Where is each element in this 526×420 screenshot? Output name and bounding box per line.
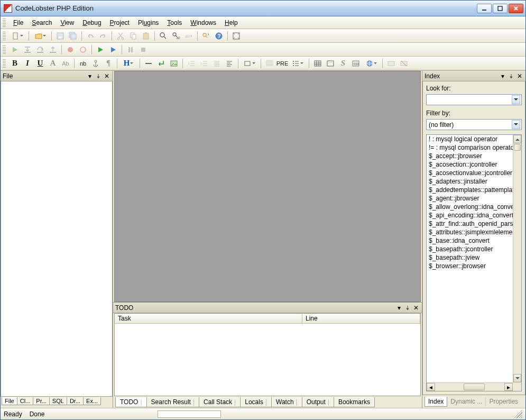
index-item[interactable]: $_attr_find::auth_openid_parse [427, 220, 513, 228]
index-item[interactable]: $_accept::jbrowser [427, 152, 513, 160]
left-tab[interactable]: Cl... [17, 397, 34, 405]
dropdown-icon[interactable]: ▾ [499, 72, 506, 80]
close-icon[interactable]: ✕ [412, 304, 420, 312]
left-tab[interactable]: SQL [49, 397, 67, 405]
debug-start-button[interactable] [9, 44, 21, 56]
div-button[interactable] [241, 58, 258, 69]
nbsp-button[interactable]: nb [77, 58, 89, 69]
outdent-button[interactable] [186, 58, 197, 69]
left-tab[interactable]: Dr... [67, 397, 84, 405]
close-button[interactable] [509, 4, 523, 13]
scroll-down-icon[interactable] [513, 374, 521, 382]
left-tab[interactable]: File [2, 397, 17, 405]
debug-run-button[interactable] [95, 44, 106, 56]
save-button[interactable] [54, 30, 66, 42]
index-item[interactable]: $_api_encoding::idna_convert [427, 211, 513, 220]
paragraph-button[interactable]: ¶ [103, 58, 114, 69]
new-file-button[interactable] [9, 30, 26, 42]
scroll-thumb[interactable] [464, 384, 485, 390]
look-for-input[interactable] [426, 94, 522, 105]
index-item[interactable]: != : mysql comparison operator [427, 143, 513, 152]
todo-list[interactable]: Task Line [114, 313, 421, 396]
menu-plugins[interactable]: Plugins [134, 17, 163, 28]
bottom-tab[interactable]: Search Result| [146, 397, 200, 407]
menu-file[interactable]: File [9, 17, 27, 28]
menu-help[interactable]: Help [220, 17, 242, 28]
dropdown-icon[interactable]: ▾ [86, 72, 94, 80]
index-item[interactable]: $_acosectionvalue::jcontroller [427, 169, 513, 177]
abbr-button[interactable]: Ab [60, 58, 71, 69]
list-button[interactable] [289, 58, 306, 69]
index-item[interactable]: ! : mysql logical operator [427, 135, 513, 143]
bold-button[interactable]: B [9, 58, 21, 69]
menu-search[interactable]: Search [27, 17, 56, 28]
bottom-tab[interactable]: Output| [302, 397, 334, 407]
form-button[interactable] [325, 58, 336, 69]
index-item[interactable]: $_acosection::jcontroller [427, 160, 513, 169]
step-out-button[interactable] [47, 44, 59, 56]
link-button[interactable] [363, 58, 380, 69]
index-item[interactable]: $_addedtemplates::pattemplate [427, 186, 513, 194]
debug-continue-button[interactable] [107, 44, 119, 56]
file-tree[interactable] [1, 81, 113, 397]
align-left-button[interactable] [224, 58, 235, 69]
find-replace-button[interactable]: ab [170, 30, 182, 42]
table-button[interactable] [312, 58, 324, 69]
editor-area[interactable] [114, 71, 421, 302]
debug-stop-button[interactable] [137, 44, 149, 56]
pin-icon[interactable] [507, 72, 515, 80]
bottom-tab[interactable]: Locals| [240, 397, 272, 407]
help-button[interactable]: ? [213, 30, 225, 42]
dropdown-icon[interactable]: ▾ [395, 304, 403, 312]
left-tab[interactable]: Ex... [83, 397, 101, 405]
menu-debug[interactable]: Debug [78, 17, 105, 28]
script-button[interactable]: S [337, 58, 349, 69]
open-file-button[interactable] [32, 30, 49, 42]
index-item[interactable]: $_allow_overlong::idna_convert [427, 203, 513, 211]
right-tab[interactable]: Properties [486, 397, 521, 406]
pin-icon[interactable] [95, 72, 102, 80]
find-button[interactable] [158, 30, 169, 42]
redo-button[interactable] [97, 30, 109, 42]
close-icon[interactable]: ✕ [516, 72, 523, 80]
resize-grip-icon[interactable] [514, 410, 522, 418]
menu-windows[interactable]: Windows [186, 17, 220, 28]
italic-button[interactable]: I [22, 58, 33, 69]
index-item[interactable]: $_basepath::jview [427, 253, 513, 262]
goto-declaration-button[interactable] [200, 30, 212, 42]
index-item[interactable]: $_adapters::jinstaller [427, 177, 513, 186]
right-tab[interactable]: Dynamic ... [447, 397, 486, 406]
breakpoint-button[interactable] [64, 44, 76, 56]
copy-button[interactable] [127, 30, 139, 42]
scroll-left-icon[interactable]: ◂ [427, 383, 435, 391]
menu-view[interactable]: View [56, 17, 78, 28]
scroll-up-icon[interactable] [513, 135, 521, 143]
bottom-tab[interactable]: Bookmarks [334, 397, 375, 407]
find-next-button[interactable]: ab [183, 30, 195, 42]
step-over-button[interactable] [34, 44, 46, 56]
cut-button[interactable] [115, 30, 126, 42]
justify-button[interactable] [211, 58, 223, 69]
paste-button[interactable] [140, 30, 152, 42]
anchor-button[interactable] [90, 58, 101, 69]
scroll-right-icon[interactable]: ▸ [504, 383, 513, 391]
index-item[interactable]: $_attributes::jsimplexmlelement [427, 228, 513, 236]
chevron-down-icon[interactable] [512, 120, 520, 129]
style-button[interactable]: css [350, 58, 362, 69]
chevron-down-icon[interactable] [512, 95, 520, 104]
heading-button[interactable]: H [120, 58, 137, 69]
index-item[interactable]: $_agent::jbrowser [427, 194, 513, 203]
close-icon[interactable]: ✕ [103, 72, 110, 80]
indent-button[interactable] [198, 58, 210, 69]
menu-project[interactable]: Project [106, 17, 134, 28]
scroll-thumb[interactable] [514, 144, 521, 151]
pre-button[interactable]: PRE [276, 58, 288, 69]
index-item[interactable]: $_basepath::jcontroller [427, 245, 513, 253]
font-color-button[interactable]: A [47, 58, 59, 69]
image-button[interactable] [168, 58, 180, 69]
br-button[interactable] [155, 58, 167, 69]
left-tab[interactable]: Pr... [33, 397, 50, 405]
vertical-scrollbar[interactable] [513, 135, 521, 382]
undo-button[interactable] [85, 30, 96, 42]
comment-button[interactable] [385, 58, 397, 69]
